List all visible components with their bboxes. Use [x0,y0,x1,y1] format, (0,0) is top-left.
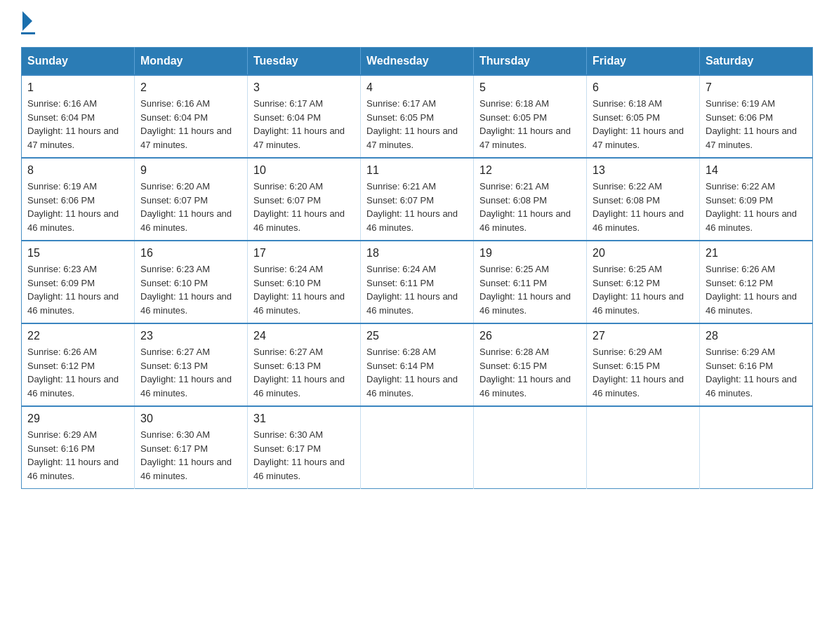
calendar-cell: 22 Sunrise: 6:26 AM Sunset: 6:12 PM Dayl… [22,323,135,406]
day-info: Sunrise: 6:30 AM Sunset: 6:17 PM Dayligh… [140,428,241,483]
day-info: Sunrise: 6:28 AM Sunset: 6:14 PM Dayligh… [366,345,468,400]
day-number: 1 [27,81,128,94]
calendar-cell: 11 Sunrise: 6:21 AM Sunset: 6:07 PM Dayl… [361,158,474,241]
day-number: 7 [706,81,807,94]
day-info: Sunrise: 6:17 AM Sunset: 6:04 PM Dayligh… [253,97,355,152]
calendar-day-header: Thursday [474,48,587,76]
calendar-cell: 16 Sunrise: 6:23 AM Sunset: 6:10 PM Dayl… [135,241,248,323]
calendar-cell: 12 Sunrise: 6:21 AM Sunset: 6:08 PM Dayl… [474,158,587,241]
day-number: 27 [593,330,694,342]
logo-underline [21,32,35,34]
calendar-cell: 27 Sunrise: 6:29 AM Sunset: 6:15 PM Dayl… [587,323,700,406]
day-number: 4 [366,81,468,94]
day-info: Sunrise: 6:21 AM Sunset: 6:08 PM Dayligh… [479,180,581,234]
calendar-cell: 2 Sunrise: 6:16 AM Sunset: 6:04 PM Dayli… [135,75,248,158]
calendar-cell: 5 Sunrise: 6:18 AM Sunset: 6:05 PM Dayli… [474,75,587,158]
day-info: Sunrise: 6:17 AM Sunset: 6:05 PM Dayligh… [366,97,468,152]
day-info: Sunrise: 6:27 AM Sunset: 6:13 PM Dayligh… [253,345,355,400]
day-number: 2 [140,81,241,94]
calendar-week-row: 8 Sunrise: 6:19 AM Sunset: 6:06 PM Dayli… [22,158,813,241]
day-info: Sunrise: 6:24 AM Sunset: 6:10 PM Dayligh… [253,262,355,317]
day-number: 21 [706,247,807,260]
day-info: Sunrise: 6:19 AM Sunset: 6:06 PM Dayligh… [706,97,807,152]
day-info: Sunrise: 6:21 AM Sunset: 6:07 PM Dayligh… [366,180,468,234]
day-number: 13 [593,164,694,177]
calendar-cell: 7 Sunrise: 6:19 AM Sunset: 6:06 PM Dayli… [700,75,813,158]
day-number: 16 [140,247,241,260]
calendar-cell: 28 Sunrise: 6:29 AM Sunset: 6:16 PM Dayl… [700,323,813,406]
day-number: 30 [140,412,241,425]
calendar-cell: 14 Sunrise: 6:22 AM Sunset: 6:09 PM Dayl… [700,158,813,241]
day-info: Sunrise: 6:29 AM Sunset: 6:16 PM Dayligh… [706,345,807,400]
day-number: 9 [140,164,241,177]
calendar-cell: 1 Sunrise: 6:16 AM Sunset: 6:04 PM Dayli… [22,75,135,158]
calendar-cell: 24 Sunrise: 6:27 AM Sunset: 6:13 PM Dayl… [248,323,361,406]
calendar-cell: 3 Sunrise: 6:17 AM Sunset: 6:04 PM Dayli… [248,75,361,158]
calendar-cell [474,406,587,489]
day-info: Sunrise: 6:25 AM Sunset: 6:11 PM Dayligh… [479,262,581,317]
calendar-day-header: Tuesday [248,48,361,76]
day-number: 6 [593,81,694,94]
day-number: 20 [593,247,694,260]
day-number: 25 [366,330,468,342]
calendar-cell: 23 Sunrise: 6:27 AM Sunset: 6:13 PM Dayl… [135,323,248,406]
calendar-cell: 10 Sunrise: 6:20 AM Sunset: 6:07 PM Dayl… [248,158,361,241]
day-info: Sunrise: 6:18 AM Sunset: 6:05 PM Dayligh… [593,97,694,152]
calendar-cell: 4 Sunrise: 6:17 AM Sunset: 6:05 PM Dayli… [361,75,474,158]
calendar-cell: 13 Sunrise: 6:22 AM Sunset: 6:08 PM Dayl… [587,158,700,241]
day-info: Sunrise: 6:28 AM Sunset: 6:15 PM Dayligh… [479,345,581,400]
day-number: 23 [140,330,241,342]
calendar-cell [361,406,474,489]
day-number: 26 [479,330,581,342]
day-info: Sunrise: 6:27 AM Sunset: 6:13 PM Dayligh… [140,345,241,400]
day-number: 19 [479,247,581,260]
day-info: Sunrise: 6:22 AM Sunset: 6:08 PM Dayligh… [593,180,694,234]
day-info: Sunrise: 6:20 AM Sunset: 6:07 PM Dayligh… [253,180,355,234]
calendar-cell: 30 Sunrise: 6:30 AM Sunset: 6:17 PM Dayl… [135,406,248,489]
day-number: 15 [27,247,128,260]
day-number: 5 [479,81,581,94]
calendar-cell: 8 Sunrise: 6:19 AM Sunset: 6:06 PM Dayli… [22,158,135,241]
calendar-cell: 19 Sunrise: 6:25 AM Sunset: 6:11 PM Dayl… [474,241,587,323]
day-number: 22 [27,330,128,342]
calendar-day-header: Monday [135,48,248,76]
day-number: 17 [253,247,355,260]
calendar-cell: 18 Sunrise: 6:24 AM Sunset: 6:11 PM Dayl… [361,241,474,323]
calendar-cell: 21 Sunrise: 6:26 AM Sunset: 6:12 PM Dayl… [700,241,813,323]
calendar-cell: 6 Sunrise: 6:18 AM Sunset: 6:05 PM Dayli… [587,75,700,158]
day-info: Sunrise: 6:25 AM Sunset: 6:12 PM Dayligh… [593,262,694,317]
calendar-day-header: Saturday [700,48,813,76]
calendar-cell [700,406,813,489]
calendar-week-row: 1 Sunrise: 6:16 AM Sunset: 6:04 PM Dayli… [22,75,813,158]
day-number: 12 [479,164,581,177]
day-number: 24 [253,330,355,342]
page-header [21,14,813,34]
calendar-cell: 31 Sunrise: 6:30 AM Sunset: 6:17 PM Dayl… [248,406,361,489]
logo-triangle-icon [22,11,32,31]
day-number: 28 [706,330,807,342]
calendar-day-header: Friday [587,48,700,76]
calendar-cell: 17 Sunrise: 6:24 AM Sunset: 6:10 PM Dayl… [248,241,361,323]
day-info: Sunrise: 6:16 AM Sunset: 6:04 PM Dayligh… [27,97,128,152]
calendar-cell: 29 Sunrise: 6:29 AM Sunset: 6:16 PM Dayl… [22,406,135,489]
day-info: Sunrise: 6:16 AM Sunset: 6:04 PM Dayligh… [140,97,241,152]
day-info: Sunrise: 6:29 AM Sunset: 6:15 PM Dayligh… [593,345,694,400]
day-number: 29 [27,412,128,425]
calendar-week-row: 29 Sunrise: 6:29 AM Sunset: 6:16 PM Dayl… [22,406,813,489]
calendar-cell: 25 Sunrise: 6:28 AM Sunset: 6:14 PM Dayl… [361,323,474,406]
day-info: Sunrise: 6:20 AM Sunset: 6:07 PM Dayligh… [140,180,241,234]
logo [21,14,35,34]
day-number: 18 [366,247,468,260]
day-info: Sunrise: 6:29 AM Sunset: 6:16 PM Dayligh… [27,428,128,483]
calendar-week-row: 22 Sunrise: 6:26 AM Sunset: 6:12 PM Dayl… [22,323,813,406]
calendar-cell: 26 Sunrise: 6:28 AM Sunset: 6:15 PM Dayl… [474,323,587,406]
day-number: 14 [706,164,807,177]
day-info: Sunrise: 6:26 AM Sunset: 6:12 PM Dayligh… [27,345,128,400]
day-info: Sunrise: 6:23 AM Sunset: 6:10 PM Dayligh… [140,262,241,317]
day-number: 10 [253,164,355,177]
day-info: Sunrise: 6:22 AM Sunset: 6:09 PM Dayligh… [706,180,807,234]
calendar-cell: 9 Sunrise: 6:20 AM Sunset: 6:07 PM Dayli… [135,158,248,241]
day-info: Sunrise: 6:26 AM Sunset: 6:12 PM Dayligh… [706,262,807,317]
day-number: 31 [253,412,355,425]
day-info: Sunrise: 6:24 AM Sunset: 6:11 PM Dayligh… [366,262,468,317]
